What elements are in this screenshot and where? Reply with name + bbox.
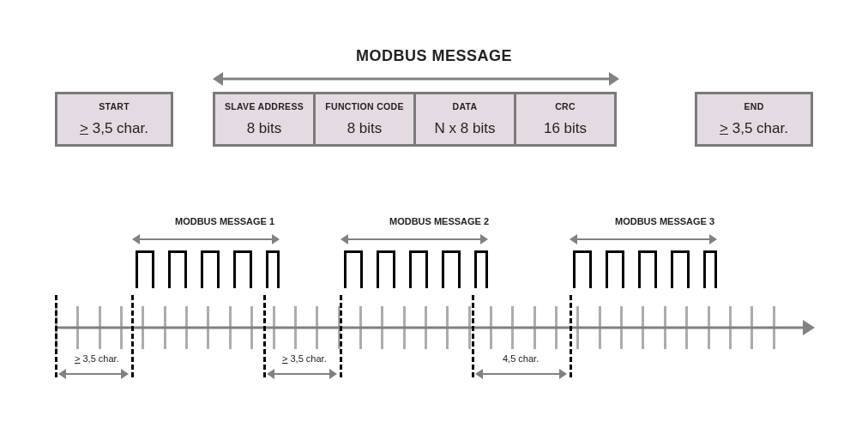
pulse [136,250,154,288]
timeline: MODBUS MESSAGE 1MODBUS MESSAGE 2MODBUS M… [55,216,813,405]
field-value: 8 bits [316,120,413,137]
message-label: MODBUS MESSAGE 3 [615,216,714,226]
gap-dashed-line [55,295,57,377]
pulse [703,250,717,288]
gap-label: > 3,5 char. [282,353,327,364]
field-header: SLAVE ADDRESS [215,101,313,112]
field-start: START > 3,5 char. [55,92,173,147]
gap-span-arrow [475,369,567,379]
gap-dashed-line [340,295,342,377]
pulses [55,250,813,290]
pulse [638,250,657,288]
message-span-arrow [213,72,619,86]
field-slave-address: SLAVE ADDRESS 8 bits [213,92,316,147]
message-arrows [55,233,813,245]
message-span-arrow [570,233,717,245]
gap-span-arrow [267,369,337,379]
modbus-diagram: MODBUS MESSAGE START > 3,5 char. SLAVE A… [0,0,868,434]
pulse [474,250,488,288]
pulse [671,250,690,288]
gap-span-arrow [58,369,129,379]
message-labels: MODBUS MESSAGE 1MODBUS MESSAGE 2MODBUS M… [55,216,813,232]
gap-dashed-line [570,295,572,377]
field-value: > 3,5 char. [57,120,171,137]
field-value: > 3,5 char. [697,120,811,137]
pulse [201,250,220,288]
time-axis [55,306,813,349]
field-function-code: FUNCTION CODE 8 bits [313,92,416,147]
pulse [442,250,461,288]
message-span-arrow [132,233,280,245]
field-data: DATA N x 8 bits [413,92,516,147]
message-label: MODBUS MESSAGE 2 [389,216,489,226]
field-end: END > 3,5 char. [695,92,813,147]
gap-label: 4,5 char. [503,353,539,364]
field-header: END [697,101,811,112]
gap-dashed-line [472,295,474,377]
field-header: START [57,101,171,112]
field-value: N x 8 bits [416,120,514,137]
gap-dashed-line [263,295,266,377]
pulse [409,250,428,288]
diagram-title: MODBUS MESSAGE [0,47,868,65]
field-header: FUNCTION CODE [316,101,413,112]
field-header: CRC [516,101,614,112]
pulse [606,250,624,288]
field-crc: CRC 16 bits [514,92,617,147]
pulse [377,250,395,288]
message-span-arrow [341,233,488,245]
pulse [168,250,187,288]
pulse [344,250,363,288]
field-value: 8 bits [215,120,313,137]
gap-label: > 3,5 char. [75,353,119,364]
arrow-right-icon [803,320,815,335]
pulse [266,250,280,288]
frame-fields: START > 3,5 char. SLAVE ADDRESS 8 bits F… [0,92,868,154]
message-label: MODBUS MESSAGE 1 [175,216,274,226]
pulse [233,250,252,288]
field-header: DATA [416,101,514,112]
gap-markers: > 3,5 char.> 3,5 char.4,5 char. [55,353,813,395]
gap-dashed-line [131,295,134,377]
pulse [573,250,592,288]
field-value: 16 bits [516,120,614,137]
